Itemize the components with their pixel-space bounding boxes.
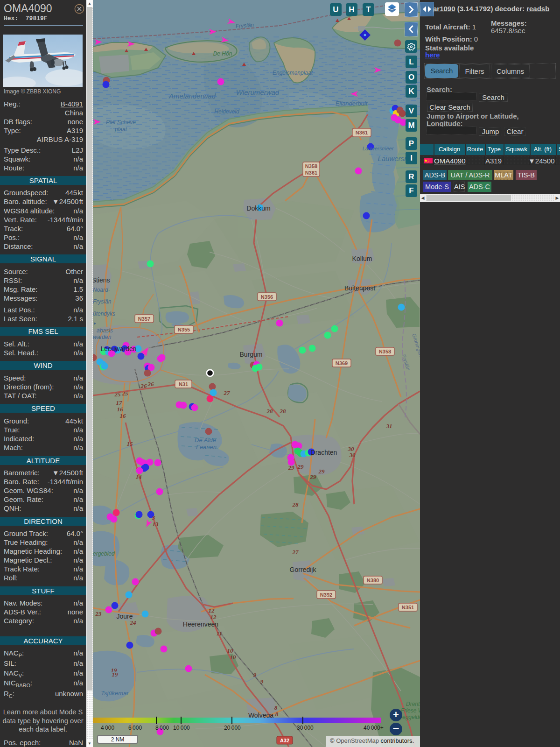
svg-text:8: 8 xyxy=(274,704,278,711)
svg-text:N361: N361 xyxy=(305,170,317,176)
svg-text:25: 25 xyxy=(114,391,121,398)
svg-text:26: 26 xyxy=(147,381,154,388)
svg-text:9: 9 xyxy=(253,671,257,678)
svg-text:13: 13 xyxy=(153,521,159,528)
svg-text:abasis: abasis xyxy=(97,327,113,334)
svg-text:N358: N358 xyxy=(305,163,317,169)
svg-text:plaat: plaat xyxy=(114,126,127,133)
svg-text:Heideveld: Heideveld xyxy=(214,108,239,115)
svg-text:Drachten: Drachten xyxy=(311,449,337,456)
svg-text:26: 26 xyxy=(140,382,147,389)
svg-text:Gorredijk: Gorredijk xyxy=(290,566,317,573)
svg-text:Fryslân: Fryslân xyxy=(93,298,112,305)
svg-text:Lauwersmeer: Lauwersmeer xyxy=(363,146,394,151)
svg-text:8: 8 xyxy=(275,711,279,718)
svg-text:N351: N351 xyxy=(402,605,414,610)
svg-text:Amelanderwad: Amelanderwad xyxy=(168,92,216,100)
svg-text:Drents-: Drents- xyxy=(406,701,420,707)
svg-text:9: 9 xyxy=(260,678,264,685)
svg-text:N369: N369 xyxy=(336,360,348,366)
svg-text:N392: N392 xyxy=(320,592,332,598)
svg-text:A32: A32 xyxy=(280,738,289,743)
svg-text:De Alde: De Alde xyxy=(195,437,216,444)
svg-text:28: 28 xyxy=(280,408,287,415)
svg-text:29: 29 xyxy=(318,468,325,475)
svg-text:Fryslân: Fryslân xyxy=(235,21,254,29)
svg-text:16: 16 xyxy=(117,406,124,413)
svg-text:14: 14 xyxy=(136,473,142,480)
svg-text:N357: N357 xyxy=(138,316,150,322)
svg-text:29: 29 xyxy=(288,464,295,471)
svg-text:28: 28 xyxy=(266,408,273,415)
svg-text:eggelden: eggelden xyxy=(402,714,420,720)
svg-text:Wierumerwad: Wierumerwad xyxy=(236,88,280,96)
svg-text:Piet Scheve: Piet Scheve xyxy=(106,119,136,126)
svg-text:ûtendyks: ûtendyks xyxy=(93,310,115,317)
svg-text:16: 16 xyxy=(120,412,126,419)
svg-text:Engelsmanplaat: Engelsmanplaat xyxy=(273,70,313,76)
svg-text:30: 30 xyxy=(349,451,356,458)
svg-text:19: 19 xyxy=(112,671,119,678)
svg-text:N361: N361 xyxy=(356,130,368,135)
svg-text:29: 29 xyxy=(297,463,304,470)
svg-text:24: 24 xyxy=(130,619,137,626)
svg-text:28: 28 xyxy=(292,501,299,508)
svg-text:27: 27 xyxy=(224,389,231,396)
svg-text:N358: N358 xyxy=(379,349,391,354)
svg-text:N380: N380 xyxy=(367,578,379,583)
svg-text:warden: warden xyxy=(93,334,112,340)
svg-text:10: 10 xyxy=(227,647,234,654)
svg-text:Stiens: Stiens xyxy=(93,276,110,284)
svg-text:15: 15 xyxy=(127,440,133,447)
svg-text:Kollum: Kollum xyxy=(352,255,372,262)
svg-text:Dokkum: Dokkum xyxy=(246,204,270,212)
svg-text:3: 3 xyxy=(152,514,155,521)
svg-text:Buitenpost: Buitenpost xyxy=(344,284,375,292)
svg-text:Burgum: Burgum xyxy=(239,351,262,358)
svg-text:Heerenveen: Heerenveen xyxy=(183,620,218,628)
svg-text:Noard-: Noard- xyxy=(93,287,110,293)
svg-text:Friese W: Friese W xyxy=(401,707,420,714)
svg-text:31: 31 xyxy=(386,423,392,430)
svg-text:23: 23 xyxy=(95,610,102,617)
svg-text:De Hön: De Hön xyxy=(213,50,232,57)
svg-text:12: 12 xyxy=(210,613,217,620)
svg-text:N356: N356 xyxy=(261,294,273,300)
svg-text:11: 11 xyxy=(217,630,222,637)
svg-text:27: 27 xyxy=(292,549,299,556)
svg-text:N355: N355 xyxy=(178,327,190,332)
svg-text:17: 17 xyxy=(116,399,123,406)
svg-text:Feanen: Feanen xyxy=(196,444,217,451)
svg-text:12: 12 xyxy=(209,607,215,614)
svg-text:ergebied: ergebied xyxy=(93,550,115,557)
svg-text:Tsjûkemar: Tsjûkemar xyxy=(101,690,129,697)
svg-text:N31: N31 xyxy=(179,381,188,387)
svg-text:10: 10 xyxy=(230,654,237,661)
svg-text:Leeuwarden: Leeuwarden xyxy=(100,345,136,352)
svg-text:29: 29 xyxy=(310,473,317,480)
svg-text:25: 25 xyxy=(122,390,129,397)
svg-text:Eilanderbult: Eilanderbult xyxy=(336,100,368,107)
